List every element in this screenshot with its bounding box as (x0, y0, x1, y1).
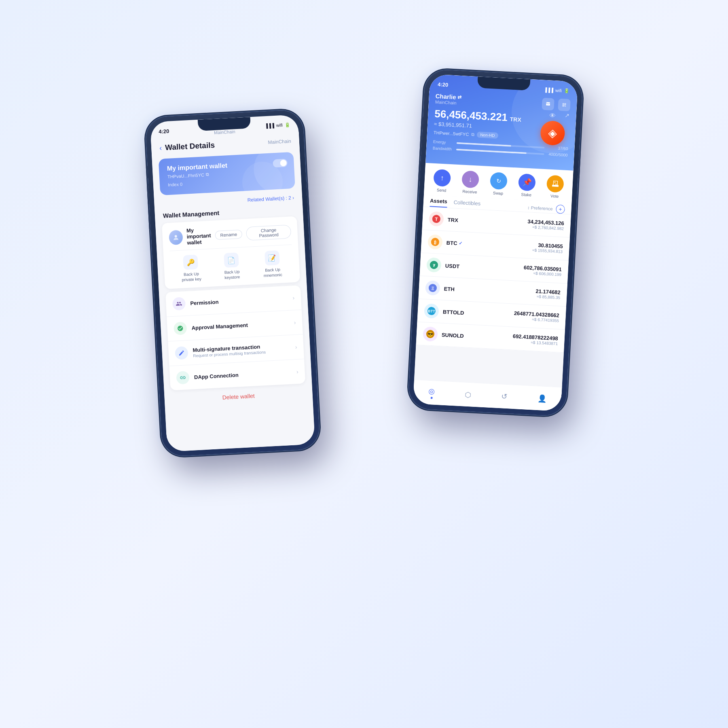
usdt-amounts: 602,786.035091 ≈$ 606,000.199 (523, 265, 562, 277)
approval-title: Approval Management (191, 320, 294, 331)
copy-icon[interactable]: ⧉ (206, 172, 210, 177)
permission-text: Permission (190, 295, 293, 306)
battery-icon-right: 🔋 (564, 88, 570, 94)
wallet-avatar (169, 230, 183, 245)
asset-list: T TRX 34,234,453.126 ≈$ 2,760,842.982 (416, 207, 571, 353)
send-action[interactable]: ↑ Send (433, 169, 451, 193)
battery-icon: 🔋 (284, 122, 290, 128)
backup-private-key[interactable]: 🔑 Back Upprivate key (170, 254, 212, 283)
scan-icon[interactable] (558, 99, 571, 112)
wallet-management-card: My important wallet Rename Change Passwo… (162, 216, 300, 289)
send-icon: ↑ (433, 169, 451, 187)
phone-left: 4:20 MainChain ▐▐▐ wifi 🔋 ‹ Wallet Detai… (145, 109, 320, 457)
tron-logo: ◈ (540, 120, 569, 150)
user-chain: MainChain (435, 99, 461, 105)
signal-icon: ▐▐▐ (265, 123, 274, 128)
user-name-block: Charlie ⇄ MainChain (435, 92, 462, 105)
btc-verified-icon: ✓ (459, 241, 463, 246)
status-icons-right: ▐▐▐ wifi 🔋 (544, 87, 569, 93)
backup-mnemonic-icon: 📝 (265, 250, 280, 266)
usdt-name: USDT (445, 262, 459, 269)
wallet-toggle[interactable] (273, 159, 288, 168)
preference-button[interactable]: ↕ Preference (527, 205, 553, 211)
management-menu: Permission › Approval Management (165, 285, 305, 390)
nav-profile[interactable]: 👤 (537, 394, 546, 403)
tab-collectibles[interactable]: Collectibles (453, 199, 480, 209)
permission-arrow-icon: › (292, 294, 295, 301)
wallet-address-text: THPwer...5wtFYC (434, 130, 469, 137)
bttold-icon: BTT (424, 303, 439, 319)
address-copy-icon[interactable]: ⧉ (471, 132, 475, 137)
stake-icon: 📌 (518, 174, 536, 191)
signal-icon-right: ▐▐▐ (544, 87, 553, 93)
wallet-details-title: Wallet Details (165, 138, 268, 152)
backup-keystore[interactable]: 📄 Back Upkeystore (211, 252, 253, 281)
expand-icon[interactable]: ↗ (565, 112, 570, 119)
wallet-name-row: My important wallet Rename Change Passwo… (169, 222, 292, 247)
eth-icon: Ξ (425, 280, 440, 296)
address-text: THPvaU...Fhn5YC (167, 172, 205, 179)
bandwidth-fill (456, 148, 527, 154)
nav-assets[interactable]: ◎ (428, 386, 436, 399)
eth-amounts: 21.174682 ≈$ 85,885.35 (535, 288, 561, 300)
backup-mnemonic[interactable]: 📝 Back Upmnemonic (251, 250, 293, 279)
mgmt-wallet-name: My important wallet (186, 226, 212, 246)
dapp-title: DApp Connection (194, 369, 297, 380)
add-asset-button[interactable]: + (556, 204, 565, 214)
tab-assets[interactable]: Assets (430, 197, 447, 207)
backup-keystore-icon: 📄 (224, 252, 239, 268)
status-time-left: 4:20 (159, 128, 169, 134)
tab-right-actions: ↕ Preference + (527, 203, 565, 214)
svg-text:BTT: BTT (428, 309, 436, 313)
permission-icon (172, 297, 186, 311)
energy-label: Energy (433, 140, 454, 145)
header-chain-label: MainChain (268, 138, 291, 145)
bttold-amounts: 2648771.04328662 ≈$ 6.77419355 (514, 310, 559, 323)
dapp-icon (176, 371, 190, 385)
left-phone-screen: 4:20 MainChain ▐▐▐ wifi 🔋 ‹ Wallet Detai… (150, 114, 315, 452)
nav-collectibles[interactable]: ⬡ (465, 390, 472, 399)
stake-action[interactable]: 📌 Stake (518, 174, 536, 197)
header-action-icons (542, 98, 570, 112)
energy-bar (457, 142, 545, 148)
user-swap-icon[interactable]: ⇄ (457, 94, 462, 100)
btc-icon: ₿ (427, 234, 443, 250)
vote-icon: 🗳 (546, 175, 564, 193)
rename-button[interactable]: Rename (215, 229, 243, 240)
bttold-name: BTTOLD (443, 309, 464, 316)
trx-name: TRX (447, 216, 458, 223)
nav-activity[interactable]: ↺ (501, 392, 508, 401)
energy-fill (457, 142, 511, 146)
backup-options-row: 🔑 Back Upprivate key 📄 Back Upkeystore 📝… (170, 244, 294, 283)
swap-label: Swap (493, 191, 504, 196)
bandwidth-label: Bandwidth (433, 146, 453, 152)
wallet-card: My important wallet THPvaU...Fhn5YC ⧉ In… (159, 152, 295, 195)
usdt-icon: ₮ (426, 257, 442, 273)
sunold-name: SUNOLD (442, 332, 464, 339)
right-phone-screen: 4:20 ▐▐▐ wifi 🔋 Charlie ⇄ (413, 74, 578, 411)
stake-label: Stake (521, 192, 531, 197)
svg-point-0 (175, 235, 177, 237)
phone-right: 4:20 ▐▐▐ wifi 🔋 Charlie ⇄ (408, 69, 583, 416)
wallet-card-name: My important wallet (167, 159, 286, 172)
nav-collectibles-icon: ⬡ (465, 390, 472, 399)
trx-icon: T (429, 211, 444, 226)
hide-balance-icon[interactable]: 👁 (549, 112, 556, 120)
non-hd-badge: Non-HD (477, 131, 498, 139)
vote-action[interactable]: 🗳 Vote (546, 175, 564, 199)
backup-private-key-label: Back Upprivate key (182, 271, 202, 282)
tron-circle-icon: ◈ (540, 120, 565, 146)
balance-currency: TRX (510, 116, 521, 123)
send-label: Send (437, 188, 447, 193)
change-password-button[interactable]: Change Password (246, 224, 291, 241)
back-arrow-icon[interactable]: ‹ (159, 144, 162, 152)
swap-action[interactable]: ↻ Swap (489, 172, 508, 196)
receive-action[interactable]: ↓ Receive (461, 170, 479, 194)
receive-label: Receive (462, 189, 477, 195)
nav-assets-icon: ◎ (428, 386, 435, 396)
wifi-icon-right: wifi (555, 88, 562, 93)
approval-icon (174, 322, 187, 335)
sunold-icon: 😎 (423, 326, 438, 342)
receive-qr-icon[interactable] (542, 98, 554, 111)
sunold-amounts: 692.418878222498 ≈$ 13.5483871 (512, 333, 558, 346)
